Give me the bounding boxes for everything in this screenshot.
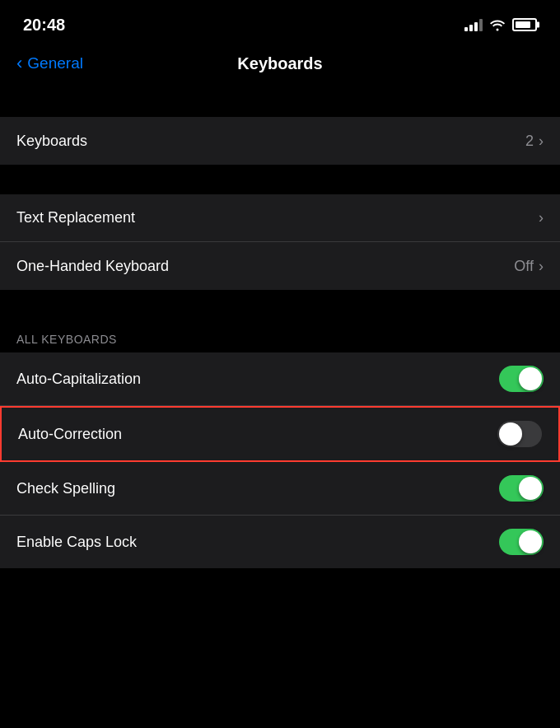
one-handed-keyboard-value: Off	[514, 258, 534, 275]
check-spelling-row[interactable]: Check Spelling	[0, 462, 560, 516]
keyboards-row[interactable]: Keyboards 2 ›	[0, 117, 560, 165]
status-time: 20:48	[23, 16, 65, 35]
auto-capitalization-row[interactable]: Auto-Capitalization	[0, 352, 560, 406]
back-label[interactable]: General	[27, 54, 83, 72]
one-handed-keyboard-row[interactable]: One-Handed Keyboard Off ›	[0, 242, 560, 290]
text-replacement-row[interactable]: Text Replacement ›	[0, 194, 560, 242]
text-replacement-chevron-icon: ›	[539, 209, 544, 226]
keyboards-row-right: 2 ›	[525, 133, 544, 150]
check-spelling-toggle[interactable]	[499, 475, 544, 502]
status-bar: 20:48	[0, 0, 560, 44]
text-replacement-right: ›	[539, 209, 544, 226]
toggle-thumb	[519, 530, 542, 553]
enable-caps-lock-toggle[interactable]	[499, 529, 544, 555]
shortcuts-section: Text Replacement › One-Handed Keyboard O…	[0, 194, 560, 290]
battery-icon	[512, 18, 537, 31]
nav-bar: ‹ General Keyboards	[0, 44, 560, 87]
wifi-icon	[489, 18, 506, 31]
one-handed-keyboard-chevron-icon: ›	[539, 258, 544, 275]
all-keyboards-section: ALL KEYBOARDS Auto-Capitalization Auto-C…	[0, 320, 560, 568]
toggle-thumb	[519, 477, 542, 500]
top-divider	[0, 87, 560, 117]
signal-icon	[464, 18, 483, 31]
auto-correction-label: Auto-Correction	[18, 426, 122, 443]
page-title: Keyboards	[237, 54, 322, 73]
one-handed-keyboard-label: One-Handed Keyboard	[16, 258, 169, 275]
enable-caps-lock-row[interactable]: Enable Caps Lock	[0, 516, 560, 568]
all-keyboards-rows: Auto-Capitalization Auto-Correction Chec…	[0, 352, 560, 568]
auto-correction-toggle[interactable]	[497, 421, 542, 447]
one-handed-keyboard-right: Off ›	[514, 258, 544, 275]
back-button[interactable]: ‹ General	[16, 53, 83, 74]
all-keyboards-header: ALL KEYBOARDS	[0, 320, 560, 352]
keyboards-section: Keyboards 2 ›	[0, 117, 560, 165]
keyboards-count: 2	[525, 133, 534, 150]
status-icons	[464, 18, 537, 31]
check-spelling-label: Check Spelling	[16, 480, 115, 497]
auto-capitalization-label: Auto-Capitalization	[16, 371, 141, 388]
toggle-thumb	[499, 422, 522, 446]
toggle-thumb	[519, 367, 542, 390]
back-chevron-icon: ‹	[16, 53, 22, 74]
text-replacement-label: Text Replacement	[16, 209, 135, 226]
keyboards-chevron-icon: ›	[539, 133, 544, 150]
auto-capitalization-toggle[interactable]	[499, 366, 544, 392]
enable-caps-lock-label: Enable Caps Lock	[16, 534, 137, 551]
keyboards-label: Keyboards	[16, 133, 87, 150]
middle-divider	[0, 165, 560, 194]
auto-correction-row[interactable]: Auto-Correction	[0, 406, 560, 462]
